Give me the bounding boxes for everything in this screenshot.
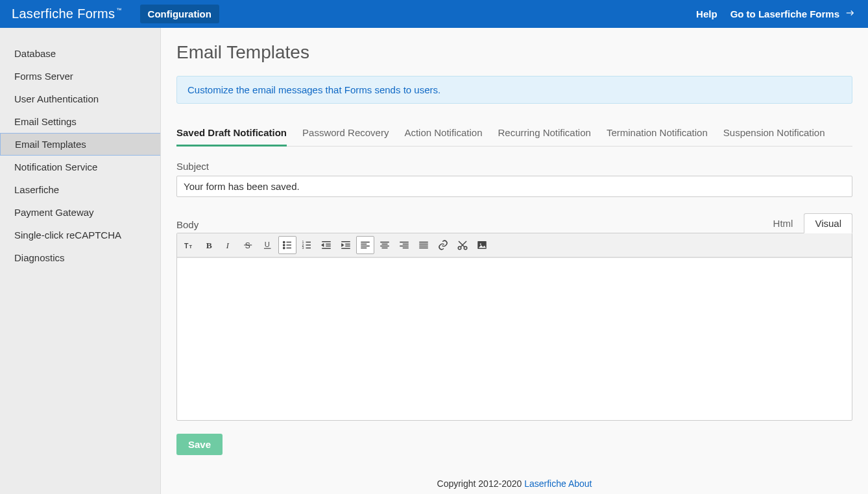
tab-suspension-notification[interactable]: Suspension Notification <box>723 122 825 147</box>
underline-icon[interactable]: U <box>259 236 277 254</box>
sidebar-item-email-settings[interactable]: Email Settings <box>0 110 160 133</box>
sidebar-item-database[interactable]: Database <box>0 42 160 65</box>
rich-text-editor: TTBISU123 <box>176 233 852 421</box>
sidebar-item-laserfiche[interactable]: Laserfiche <box>0 178 160 201</box>
page-title: Email Templates <box>176 42 852 63</box>
tab-saved-draft-notification[interactable]: Saved Draft Notification <box>176 122 287 147</box>
sidebar-item-forms-server[interactable]: Forms Server <box>0 65 160 88</box>
tab-recurring-notification[interactable]: Recurring Notification <box>498 122 590 147</box>
indent-icon[interactable] <box>337 236 355 254</box>
align-center-icon[interactable] <box>376 236 394 254</box>
footer: Copyright 2012-2020 Laserfiche About <box>176 478 852 489</box>
sidebar-nav: DatabaseForms ServerUser AuthenticationE… <box>0 28 161 494</box>
help-link[interactable]: Help <box>696 8 717 19</box>
align-justify-icon[interactable] <box>415 236 433 254</box>
goto-forms-link[interactable]: Go to Laserfiche Forms <box>730 8 856 19</box>
tab-visual[interactable]: Visual <box>804 213 852 233</box>
editor-body-area[interactable] <box>177 258 852 420</box>
main-content: Email Templates Customize the email mess… <box>161 28 868 494</box>
align-right-icon[interactable] <box>395 236 413 254</box>
link-icon[interactable] <box>434 236 452 254</box>
tab-action-notification[interactable]: Action Notification <box>404 122 482 147</box>
sidebar-item-email-templates[interactable]: Email Templates <box>0 133 160 156</box>
sidebar-item-notification-service[interactable]: Notification Service <box>0 156 160 178</box>
template-tabs: Saved Draft NotificationPassword Recover… <box>176 122 852 147</box>
svg-text:B: B <box>206 241 212 250</box>
footer-about-link[interactable]: About <box>568 478 592 489</box>
svg-text:T: T <box>189 244 193 250</box>
sidebar-item-single-click-recaptcha[interactable]: Single-click reCAPTCHA <box>0 224 160 246</box>
editor-mode-tabs: Html Visual <box>762 213 852 233</box>
text-size-icon[interactable]: TT <box>181 236 199 254</box>
outdent-icon[interactable] <box>317 236 335 254</box>
sidebar-item-payment-gateway[interactable]: Payment Gateway <box>0 201 160 224</box>
svg-text:U: U <box>265 241 270 248</box>
info-banner: Customize the email messages that Forms … <box>176 76 852 104</box>
svg-point-11 <box>283 247 285 248</box>
subject-label: Subject <box>176 161 852 172</box>
svg-text:3: 3 <box>302 246 304 250</box>
subject-input[interactable] <box>176 176 852 197</box>
svg-point-9 <box>283 241 285 242</box>
svg-text:I: I <box>226 241 230 250</box>
italic-icon[interactable]: I <box>220 236 238 254</box>
numbered-list-icon[interactable]: 123 <box>298 236 316 254</box>
arrow-right-icon <box>843 8 856 19</box>
svg-point-10 <box>283 244 285 246</box>
body-label: Body <box>176 219 199 230</box>
bullet-list-icon[interactable] <box>278 236 296 254</box>
app-header: Laserfiche Forms™ Configuration Help Go … <box>0 0 868 28</box>
svg-text:T: T <box>184 242 189 250</box>
sidebar-item-user-authentication[interactable]: User Authentication <box>0 88 160 110</box>
bold-icon[interactable]: B <box>200 236 219 254</box>
svg-point-50 <box>480 243 481 244</box>
align-left-icon[interactable] <box>356 236 374 254</box>
tab-html[interactable]: Html <box>762 213 804 233</box>
cut-icon[interactable] <box>453 236 472 254</box>
editor-toolbar: TTBISU123 <box>177 233 852 257</box>
configuration-button[interactable]: Configuration <box>140 5 219 23</box>
tab-password-recovery[interactable]: Password Recovery <box>302 122 389 147</box>
strikethrough-icon[interactable]: S <box>239 236 258 254</box>
sidebar-item-diagnostics[interactable]: Diagnostics <box>0 246 160 269</box>
tab-termination-notification[interactable]: Termination Notification <box>607 122 708 147</box>
save-button[interactable]: Save <box>176 434 223 455</box>
brand-title: Laserfiche Forms™ <box>12 6 121 21</box>
image-icon[interactable] <box>473 236 491 254</box>
footer-laserfiche-link[interactable]: Laserfiche <box>524 478 566 489</box>
